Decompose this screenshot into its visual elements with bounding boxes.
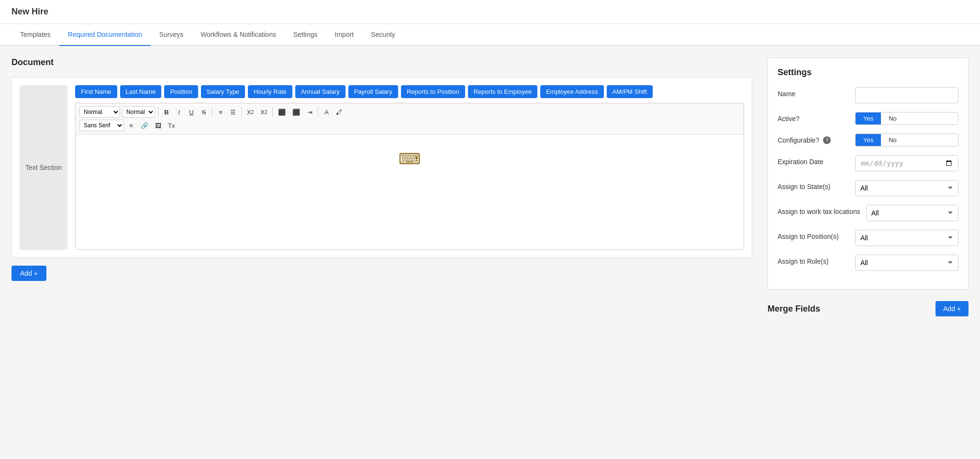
document-section: Document Text Section First Name Last Na… — [11, 57, 752, 441]
text-color-button[interactable]: A — [321, 106, 332, 118]
merge-fields-add-button[interactable]: Add + — [935, 301, 969, 316]
tabs-bar: Templates Required Documentation Surveys… — [0, 24, 980, 46]
name-label: Name — [778, 87, 849, 98]
font-family-select[interactable]: Sans Serif Serif Monospace — [79, 120, 124, 131]
format-select[interactable]: Normal Heading 1 Heading 2 Heading 3 — [79, 106, 120, 118]
subscript-button[interactable]: X2 — [245, 106, 256, 118]
toolbar-row-1: Normal Heading 1 Heading 2 Heading 3 Nor… — [79, 106, 740, 118]
superscript-button[interactable]: X2 — [258, 106, 269, 118]
merge-fields-title: Merge Fields — [768, 304, 820, 314]
tab-settings[interactable]: Settings — [285, 24, 326, 46]
merge-btn-ampm-shift[interactable]: AM/PM Shift — [607, 85, 653, 98]
underline-button[interactable]: U — [186, 106, 197, 118]
expiration-date-input[interactable] — [855, 155, 958, 171]
merge-btn-annual-salary[interactable]: Annual Salary — [295, 85, 345, 98]
assign-roles-row: Assign to Role(s) All — [778, 255, 958, 271]
configurable-toggle-group: Yes No — [855, 134, 958, 146]
assign-work-tax-value: All — [866, 205, 958, 221]
name-row: Name — [778, 87, 958, 103]
tab-security[interactable]: Security — [362, 24, 404, 46]
italic-button[interactable]: I — [174, 106, 184, 118]
link-button[interactable]: 🔗 — [138, 120, 151, 131]
active-yes-button[interactable]: Yes — [856, 112, 881, 124]
assign-states-value: All — [855, 180, 958, 196]
text-cursor: ⌨ — [399, 150, 421, 168]
align-justify-button[interactable]: ≡ — [126, 120, 136, 131]
assign-states-row: Assign to State(s) All — [778, 180, 958, 196]
assign-positions-row: Assign to Position(s) All — [778, 230, 958, 246]
align-right-button[interactable]: ⬛ — [290, 106, 302, 118]
merge-fields-footer: Merge Fields Add + — [768, 301, 969, 316]
bold-button[interactable]: B — [161, 106, 172, 118]
highlight-button[interactable]: 🖍 — [334, 106, 345, 118]
rich-text-editor: Normal Heading 1 Heading 2 Heading 3 Nor… — [75, 103, 744, 250]
name-input[interactable] — [855, 87, 958, 103]
app-header: New Hire — [0, 0, 980, 24]
assign-work-tax-select[interactable]: All — [866, 205, 958, 221]
assign-states-select[interactable]: All — [855, 180, 958, 196]
merge-btn-position[interactable]: Position — [164, 85, 198, 98]
text-section-wrapper: Text Section First Name Last Name Positi… — [11, 77, 752, 258]
configurable-no-button[interactable]: No — [881, 134, 904, 146]
merge-btn-employee-address[interactable]: Employee Address — [540, 85, 603, 98]
configurable-yes-button[interactable]: Yes — [856, 134, 881, 146]
document-title: Document — [11, 57, 752, 67]
main-content: Document Text Section First Name Last Na… — [0, 46, 980, 452]
tab-workflows-notifications[interactable]: Workflows & Notifications — [192, 24, 285, 46]
image-button[interactable]: 🖼 — [153, 120, 164, 131]
settings-section: Settings Name Active? Yes No — [768, 57, 969, 441]
expiration-date-label: Expiration Date — [778, 155, 849, 166]
text-section-label: Text Section — [20, 85, 67, 250]
toolbar-separator-4 — [272, 107, 273, 117]
tab-import[interactable]: Import — [326, 24, 363, 46]
merge-fields-buttons: First Name Last Name Position Salary Typ… — [75, 85, 744, 98]
clear-format-button[interactable]: Tx — [166, 120, 177, 131]
configurable-row: Configurable? ? Yes No — [778, 134, 958, 146]
toolbar-row-2: Sans Serif Serif Monospace ≡ 🔗 🖼 Tx — [79, 120, 740, 131]
configurable-label: Configurable? ? — [778, 134, 849, 144]
merge-btn-last-name[interactable]: Last Name — [120, 85, 162, 98]
assign-positions-select[interactable]: All — [855, 230, 958, 246]
active-label: Active? — [778, 112, 849, 123]
tab-templates[interactable]: Templates — [11, 24, 59, 46]
merge-btn-hourly-rate[interactable]: Hourly Rate — [248, 85, 292, 98]
active-toggle: Yes No — [855, 112, 958, 125]
font-size-select[interactable]: Normal Small Large — [122, 106, 155, 118]
ordered-list-button[interactable]: ≡ — [215, 106, 226, 118]
strikethrough-button[interactable]: S — [199, 106, 209, 118]
toolbar-separator-1 — [158, 107, 158, 117]
active-row: Active? Yes No — [778, 112, 958, 125]
page-title: New Hire — [11, 7, 969, 17]
expiration-date-row: Expiration Date — [778, 155, 958, 171]
active-toggle-group: Yes No — [855, 112, 958, 125]
align-left-button[interactable]: ⬛ — [276, 106, 288, 118]
unordered-list-button[interactable]: ☰ — [228, 106, 238, 118]
assign-positions-label: Assign to Position(s) — [778, 230, 849, 240]
merge-btn-reports-to-employee[interactable]: Reports to Employee — [468, 85, 537, 98]
configurable-help-icon[interactable]: ? — [823, 136, 831, 144]
toolbar-separator-5 — [318, 107, 318, 117]
add-section-button[interactable]: Add + — [11, 266, 46, 281]
merge-btn-payroll-salary[interactable]: Payroll Salary — [348, 85, 398, 98]
assign-positions-value: All — [855, 230, 958, 246]
merge-btn-first-name[interactable]: First Name — [75, 85, 117, 98]
assign-states-label: Assign to State(s) — [778, 180, 849, 190]
assign-roles-value: All — [855, 255, 958, 271]
name-value — [855, 87, 958, 103]
settings-title: Settings — [778, 67, 958, 78]
toolbar-separator-2 — [212, 107, 212, 117]
active-no-button[interactable]: No — [881, 112, 904, 124]
editor-content[interactable]: ⌨ — [76, 134, 744, 249]
indent-button[interactable]: ⇥ — [304, 106, 315, 118]
editor-area: First Name Last Name Position Salary Typ… — [75, 85, 744, 250]
expiration-date-value — [855, 155, 958, 171]
toolbar: Normal Heading 1 Heading 2 Heading 3 Nor… — [76, 103, 744, 134]
settings-panel: Settings Name Active? Yes No — [768, 57, 969, 290]
tab-surveys[interactable]: Surveys — [151, 24, 192, 46]
tab-required-documentation[interactable]: Required Documentation — [59, 24, 151, 46]
toolbar-separator-3 — [241, 107, 242, 117]
assign-roles-select[interactable]: All — [855, 255, 958, 271]
assign-work-tax-row: Assign to work tax locations All — [778, 205, 958, 221]
merge-btn-reports-to-position[interactable]: Reports to Position — [401, 85, 465, 98]
merge-btn-salary-type[interactable]: Salary Type — [201, 85, 245, 98]
